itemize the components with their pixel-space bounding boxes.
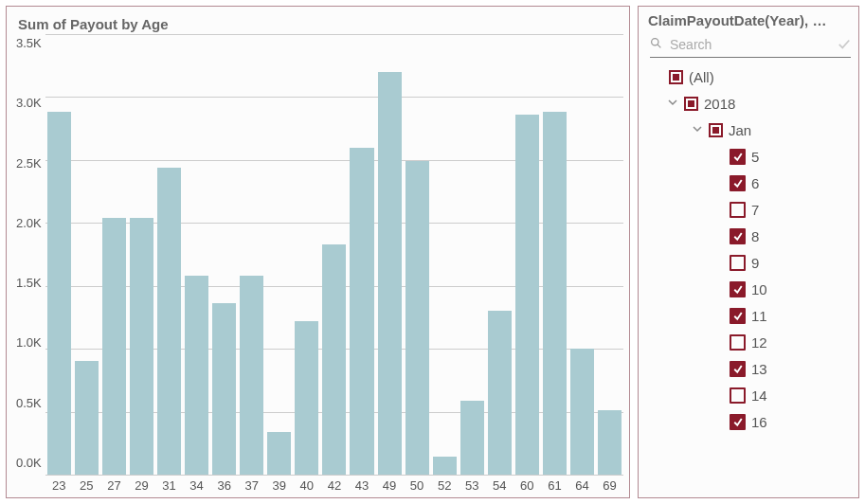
tree-day-label: 13	[751, 361, 767, 377]
tri-state-all[interactable]	[669, 70, 683, 84]
checkbox[interactable]	[730, 228, 746, 244]
tree-month-row[interactable]: Jan	[648, 117, 853, 143]
checkbox[interactable]	[730, 308, 746, 324]
x-tick-label: 27	[102, 478, 126, 493]
apply-search-icon[interactable]	[838, 37, 851, 53]
filter-panel: ClaimPayoutDate(Year), … (All) 2018	[638, 6, 859, 498]
x-tick-label: 39	[267, 478, 291, 493]
chevron-down-icon[interactable]	[692, 124, 703, 135]
y-tick-label: 2.5K	[16, 156, 42, 171]
checkbox[interactable]	[730, 387, 746, 404]
bar[interactable]	[185, 276, 208, 475]
tree-day-row[interactable]: 9	[648, 249, 853, 276]
tree-day-label: 16	[751, 414, 767, 430]
y-tick-label: 3.5K	[16, 36, 42, 50]
y-tick-label: 0.0K	[16, 456, 42, 470]
bar[interactable]	[102, 218, 126, 475]
bar[interactable]	[570, 349, 594, 475]
x-tick-label: 23	[47, 478, 71, 493]
plot	[45, 34, 623, 475]
x-tick-label: 29	[130, 478, 153, 493]
bar[interactable]	[598, 410, 622, 475]
tree-day-label: 11	[751, 308, 767, 324]
tree-day-row[interactable]: 11	[648, 302, 853, 329]
bar[interactable]	[488, 311, 512, 475]
checkbox[interactable]	[730, 202, 746, 218]
filter-title: ClaimPayoutDate(Year), …	[648, 12, 853, 28]
bar[interactable]	[350, 148, 373, 475]
bar[interactable]	[75, 361, 99, 475]
x-tick-label: 34	[185, 478, 208, 493]
tree-day-row[interactable]: 14	[648, 382, 853, 408]
grid-line	[45, 475, 623, 476]
bar[interactable]	[157, 168, 181, 475]
y-axis: 3.5K3.0K2.5K2.0K1.5K1.0K0.5K0.0K	[16, 36, 45, 470]
x-tick-label: 64	[570, 478, 594, 493]
tree-day-row[interactable]: 10	[648, 276, 853, 302]
search-input[interactable]	[668, 36, 838, 53]
chevron-down-icon[interactable]	[667, 98, 678, 109]
bar[interactable]	[130, 218, 153, 475]
bar[interactable]	[295, 321, 318, 475]
x-tick-label: 42	[322, 478, 346, 493]
tree-month-label: Jan	[729, 122, 751, 138]
checkbox[interactable]	[730, 414, 746, 430]
y-tick-label: 1.0K	[16, 335, 42, 350]
bar[interactable]	[322, 244, 346, 475]
bar[interactable]	[240, 276, 263, 475]
checkbox[interactable]	[730, 281, 746, 297]
tree-day-label: 6	[751, 175, 759, 191]
tree-day-row[interactable]: 8	[648, 223, 853, 249]
tri-state-month[interactable]	[709, 123, 723, 137]
y-tick-label: 0.5K	[16, 396, 42, 410]
bar[interactable]	[515, 115, 539, 475]
tree-year-label: 2018	[704, 96, 735, 112]
chart-title: Sum of Payout by Age	[18, 16, 623, 32]
bar[interactable]	[543, 112, 567, 475]
y-tick-label: 2.0K	[16, 216, 42, 230]
tree-day-label: 9	[751, 255, 759, 271]
tree-day-label: 14	[751, 387, 767, 404]
bar[interactable]	[267, 432, 291, 475]
search-row	[650, 34, 851, 58]
x-tick-label: 53	[460, 478, 484, 493]
bar[interactable]	[47, 112, 71, 475]
tree-all-row[interactable]: (All)	[648, 63, 853, 90]
checkbox[interactable]	[730, 255, 746, 271]
x-tick-label: 52	[433, 478, 457, 493]
x-tick-label: 37	[240, 478, 263, 493]
x-tick-label: 31	[157, 478, 181, 493]
y-tick-label: 3.0K	[16, 96, 42, 110]
x-tick-label: 36	[212, 478, 236, 493]
bar[interactable]	[378, 72, 402, 475]
tree-day-row[interactable]: 13	[648, 355, 853, 382]
tree-year-row[interactable]: 2018	[648, 90, 853, 117]
plot-wrap: 2325272931343637394042434950525354606164…	[45, 34, 623, 493]
tree-day-row[interactable]: 5	[648, 143, 853, 170]
tree-all-label: (All)	[689, 69, 714, 85]
checkbox[interactable]	[730, 149, 746, 165]
x-tick-label: 69	[598, 478, 622, 493]
tree-day-label: 7	[751, 202, 759, 218]
x-tick-label: 40	[295, 478, 318, 493]
svg-line-1	[658, 45, 660, 47]
bar[interactable]	[405, 161, 429, 475]
tree-day-row[interactable]: 6	[648, 170, 853, 196]
tree-day-label: 8	[751, 228, 759, 244]
tree-day-row[interactable]: 16	[648, 408, 853, 435]
bar[interactable]	[460, 401, 484, 475]
bar[interactable]	[433, 457, 457, 475]
x-tick-label: 25	[75, 478, 99, 493]
tree-day-label: 10	[751, 281, 767, 297]
tree-day-row[interactable]: 12	[648, 329, 853, 355]
checkbox[interactable]	[730, 361, 746, 377]
tri-state-year[interactable]	[684, 97, 698, 111]
x-tick-label: 50	[405, 478, 429, 493]
tree-day-row[interactable]: 7	[648, 196, 853, 223]
checkbox[interactable]	[730, 334, 746, 351]
y-tick-label: 1.5K	[16, 276, 42, 290]
bar[interactable]	[212, 303, 236, 475]
checkbox[interactable]	[730, 175, 746, 191]
filter-tree: (All) 2018 Jan 56789101112131416	[648, 63, 853, 435]
tree-day-label: 5	[751, 149, 759, 165]
